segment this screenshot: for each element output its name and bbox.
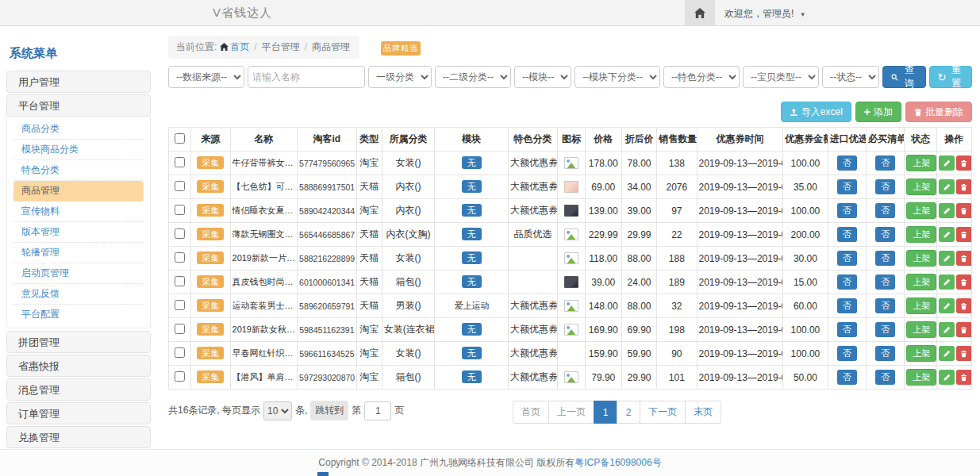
sidebar-section-platform-mgmt[interactable]: 平台管理 [6, 94, 151, 117]
add-button[interactable]: + 添加 [855, 102, 901, 122]
import-select-toggle[interactable]: 否 [837, 251, 857, 266]
sidebar-submenu-item[interactable]: 商品管理 [13, 181, 144, 202]
import-select-toggle[interactable]: 否 [837, 179, 857, 194]
edit-button[interactable] [939, 203, 955, 218]
status-button[interactable]: 上架 [906, 345, 936, 362]
delete-button[interactable] [956, 346, 972, 361]
sidebar-submenu-item[interactable]: 版本管理 [13, 222, 144, 243]
delete-button[interactable] [956, 298, 972, 313]
sidebar-submenu-item[interactable]: 商品分类 [13, 119, 144, 140]
sidebar-submenu-item[interactable]: 轮播管理 [13, 243, 144, 263]
batch-delete-button[interactable]: 批量删除 [905, 102, 972, 122]
page-number-button[interactable]: 2 [617, 401, 640, 424]
delete-button[interactable] [956, 203, 972, 218]
must-buy-toggle[interactable]: 否 [875, 346, 895, 361]
sidebar-section[interactable]: 省惠快报 [6, 355, 151, 377]
status-button[interactable]: 上架 [906, 274, 936, 290]
edit-button[interactable] [939, 251, 955, 266]
status-button[interactable]: 上架 [906, 226, 936, 243]
delete-button[interactable] [956, 155, 972, 171]
edit-button[interactable] [939, 322, 955, 337]
breadcrumb-item-goods[interactable]: 商品管理 [312, 41, 350, 52]
row-checkbox[interactable] [175, 371, 185, 382]
home-button[interactable] [685, 0, 715, 25]
page-number-button[interactable]: 1 [594, 401, 617, 424]
prev-page-button[interactable]: 上一页 [548, 401, 594, 424]
row-checkbox[interactable] [175, 276, 185, 286]
must-buy-toggle[interactable]: 否 [875, 322, 895, 337]
edit-button[interactable] [939, 155, 955, 171]
sidebar-section[interactable]: 兑换管理 [6, 426, 151, 448]
status-button[interactable]: 上架 [906, 178, 936, 195]
delete-button[interactable] [956, 322, 972, 337]
import-select-toggle[interactable]: 否 [837, 298, 857, 313]
import-select-toggle[interactable]: 否 [837, 227, 857, 242]
import-select-toggle[interactable]: 否 [837, 370, 857, 385]
sidebar-submenu-item[interactable]: 特色分类 [13, 160, 144, 181]
import-select-toggle[interactable]: 否 [837, 155, 857, 171]
import-excel-button[interactable]: 导入excel [781, 102, 851, 122]
row-checkbox[interactable] [175, 347, 185, 358]
must-buy-toggle[interactable]: 否 [875, 203, 895, 218]
import-select-toggle[interactable]: 否 [837, 322, 857, 337]
delete-button[interactable] [956, 179, 972, 194]
must-buy-toggle[interactable]: 否 [875, 227, 895, 242]
sidebar-submenu-item[interactable]: 启动页管理 [13, 263, 144, 284]
status-button[interactable]: 上架 [906, 202, 936, 219]
reset-button[interactable]: ↻ 重置 [929, 66, 972, 88]
import-select-toggle[interactable]: 否 [837, 203, 857, 218]
edit-button[interactable] [939, 346, 955, 361]
first-page-button[interactable]: 首页 [513, 401, 549, 424]
edit-button[interactable] [939, 179, 955, 194]
status-button[interactable]: 上架 [906, 369, 936, 386]
status-button[interactable]: 上架 [906, 155, 936, 171]
select-all-checkbox[interactable] [175, 133, 185, 144]
sidebar-section[interactable]: 消息管理 [6, 378, 151, 401]
breadcrumb-home-link[interactable]: 首页 [230, 41, 249, 52]
edit-button[interactable] [939, 370, 955, 385]
sidebar-submenu-item[interactable]: 平台配置 [13, 305, 144, 325]
filter-select[interactable]: --宝贝类型-- [743, 66, 819, 88]
filter-select[interactable]: --状态-- [822, 66, 879, 88]
sidebar-submenu-item[interactable]: 宣传物料 [13, 202, 144, 222]
row-checkbox[interactable] [175, 228, 185, 239]
edit-button[interactable] [939, 298, 955, 313]
must-buy-toggle[interactable]: 否 [875, 298, 895, 313]
jump-button[interactable]: 跳转到 [310, 401, 348, 420]
row-checkbox[interactable] [175, 252, 185, 263]
query-button[interactable]: 查询 [882, 66, 926, 88]
edit-button[interactable] [939, 274, 955, 290]
sidebar-submenu-item[interactable]: 模块商品分类 [13, 140, 144, 160]
delete-button[interactable] [956, 274, 972, 290]
user-menu[interactable]: 欢迎您，管理员! ▼ [724, 7, 806, 21]
sidebar-section[interactable]: 拼团管理 [6, 331, 151, 353]
jump-page-input[interactable] [364, 401, 391, 420]
status-button[interactable]: 上架 [906, 321, 936, 338]
delete-button[interactable] [956, 251, 972, 266]
must-buy-toggle[interactable]: 否 [875, 251, 895, 266]
must-buy-toggle[interactable]: 否 [875, 179, 895, 194]
page-size-select[interactable]: 10 [263, 401, 292, 420]
filter-select[interactable]: 一级分类 [368, 66, 432, 88]
filter-select[interactable]: --模块-- [514, 66, 571, 88]
sidebar-section[interactable]: 订单管理 [6, 402, 151, 424]
delete-button[interactable] [956, 227, 972, 242]
row-checkbox[interactable] [175, 181, 185, 191]
import-select-toggle[interactable]: 否 [837, 346, 857, 361]
filter-select[interactable]: --二级分类-- [435, 66, 511, 88]
sidebar-submenu-item[interactable]: 意见反馈 [13, 284, 144, 305]
row-checkbox[interactable] [175, 324, 185, 334]
must-buy-toggle[interactable]: 否 [875, 155, 895, 171]
edit-button[interactable] [939, 227, 955, 242]
import-select-toggle[interactable]: 否 [837, 274, 857, 290]
row-checkbox[interactable] [175, 157, 185, 167]
sidebar-section-user-mgmt[interactable]: 用户管理 [6, 71, 151, 93]
status-button[interactable]: 上架 [906, 250, 936, 267]
row-checkbox[interactable] [175, 300, 185, 310]
delete-button[interactable] [956, 370, 972, 385]
must-buy-toggle[interactable]: 否 [875, 370, 895, 385]
must-buy-toggle[interactable]: 否 [875, 274, 895, 290]
icp-link[interactable]: 粤ICP备16098006号 [575, 457, 661, 468]
name-search-input[interactable] [248, 66, 365, 88]
last-page-button[interactable]: 末页 [685, 401, 721, 424]
